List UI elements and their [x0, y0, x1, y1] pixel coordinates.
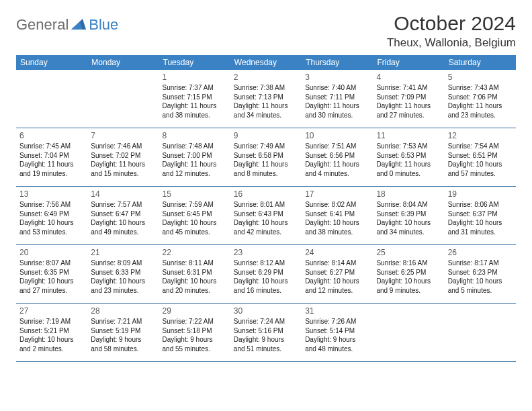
- day-info-line: and 38 minutes.: [305, 228, 369, 237]
- day-info-line: and 23 minutes.: [91, 286, 155, 295]
- day-info-line: Sunrise: 7:21 AM: [91, 317, 155, 326]
- weekday-header: Thursday: [302, 55, 373, 70]
- day-cell: 9Sunrise: 7:49 AMSunset: 6:58 PMDaylight…: [230, 128, 302, 186]
- day-cell: 5Sunrise: 7:43 AMSunset: 7:06 PMDaylight…: [445, 70, 516, 128]
- day-cell: [16, 70, 87, 128]
- day-info-line: and 57 minutes.: [448, 169, 513, 179]
- day-info-line: and 51 minutes.: [234, 345, 298, 354]
- day-info-line: Sunrise: 7:49 AM: [234, 142, 298, 151]
- day-number: 9: [234, 130, 298, 141]
- day-info-line: and 15 minutes.: [91, 169, 155, 179]
- day-number: 29: [163, 306, 227, 316]
- day-info-line: Daylight: 10 hours: [234, 277, 298, 286]
- day-info-line: Sunrise: 7:43 AM: [448, 83, 513, 93]
- day-number: 8: [163, 130, 227, 141]
- day-info-line: Sunset: 6:37 PM: [448, 210, 513, 219]
- day-info-line: and 55 minutes.: [163, 345, 227, 354]
- day-info-line: and 53 minutes.: [19, 228, 84, 237]
- day-number: 6: [19, 130, 84, 141]
- day-info-line: Sunset: 5:19 PM: [91, 326, 155, 336]
- day-info-line: Sunset: 6:33 PM: [91, 268, 155, 277]
- day-cell: 24Sunrise: 8:14 AMSunset: 6:27 PMDayligh…: [302, 245, 373, 303]
- day-info-line: Sunset: 5:16 PM: [234, 326, 298, 336]
- day-number: 11: [376, 130, 441, 141]
- day-info-line: Sunrise: 8:06 AM: [448, 200, 513, 210]
- weekday-header: Wednesday: [230, 55, 302, 70]
- day-info-line: Daylight: 11 hours: [305, 101, 369, 111]
- day-info-line: Daylight: 9 hours: [91, 335, 155, 345]
- calendar-grid: SundayMondayTuesdayWednesdayThursdayFrid…: [16, 55, 516, 362]
- day-cell: 10Sunrise: 7:51 AMSunset: 6:56 PMDayligh…: [302, 128, 373, 186]
- day-info-line: Daylight: 10 hours: [448, 277, 513, 286]
- day-info-line: Sunrise: 8:14 AM: [305, 259, 369, 268]
- day-info-line: and 0 minutes.: [376, 169, 441, 179]
- day-cell: 12Sunrise: 7:54 AMSunset: 6:51 PMDayligh…: [445, 128, 516, 186]
- day-info-line: Sunrise: 8:12 AM: [234, 259, 298, 268]
- triangle-icon: [71, 17, 86, 32]
- day-info-line: Sunset: 6:47 PM: [91, 210, 155, 219]
- day-number: 22: [163, 247, 227, 258]
- day-info-line: Sunrise: 7:56 AM: [19, 200, 84, 210]
- day-info-line: Daylight: 10 hours: [163, 218, 227, 228]
- day-info-line: Sunrise: 8:07 AM: [19, 259, 84, 268]
- day-info-line: and 5 minutes.: [448, 286, 513, 295]
- day-info-line: Sunset: 5:14 PM: [305, 326, 369, 336]
- day-info-line: Sunset: 6:25 PM: [376, 268, 441, 277]
- day-number: 19: [448, 189, 513, 199]
- day-number: 18: [376, 189, 441, 199]
- weekday-header: Sunday: [16, 55, 87, 70]
- day-info-line: Daylight: 10 hours: [305, 218, 369, 228]
- logo: General Blue: [16, 16, 118, 34]
- location: Theux, Wallonia, Belgium: [387, 36, 516, 50]
- day-cell: 2Sunrise: 7:38 AMSunset: 7:13 PMDaylight…: [230, 70, 302, 128]
- day-info-line: Sunset: 6:58 PM: [234, 151, 298, 161]
- day-cell: 13Sunrise: 7:56 AMSunset: 6:49 PMDayligh…: [16, 187, 87, 244]
- day-number: 15: [163, 189, 227, 199]
- day-info-line: Daylight: 10 hours: [19, 335, 84, 345]
- day-info-line: Sunset: 7:02 PM: [91, 151, 155, 161]
- day-info-line: and 2 minutes.: [19, 345, 84, 354]
- day-cell: [445, 304, 516, 361]
- day-number: 14: [91, 189, 155, 199]
- day-info-line: Sunset: 7:06 PM: [448, 93, 513, 102]
- day-info-line: and 27 minutes.: [19, 286, 84, 295]
- day-number: 10: [305, 130, 369, 141]
- day-number: 27: [19, 306, 84, 316]
- day-info-line: Sunset: 6:51 PM: [448, 151, 513, 161]
- day-number: 12: [448, 130, 513, 141]
- day-cell: 28Sunrise: 7:21 AMSunset: 5:19 PMDayligh…: [87, 304, 159, 361]
- day-info-line: and 19 minutes.: [19, 169, 84, 179]
- day-info-line: Sunset: 6:29 PM: [234, 268, 298, 277]
- day-info-line: Daylight: 10 hours: [376, 218, 441, 228]
- day-cell: [373, 304, 444, 361]
- day-cell: 19Sunrise: 8:06 AMSunset: 6:37 PMDayligh…: [445, 187, 516, 244]
- day-info-line: Sunrise: 8:16 AM: [376, 259, 441, 268]
- day-info-line: and 4 minutes.: [305, 169, 369, 179]
- day-number: 26: [448, 247, 513, 258]
- day-number: 20: [19, 247, 84, 258]
- day-info-line: Sunset: 6:39 PM: [376, 210, 441, 219]
- weekday-header: Tuesday: [159, 55, 230, 70]
- header: General Blue October 2024 Theux, Walloni…: [16, 12, 516, 50]
- week-row: 27Sunrise: 7:19 AMSunset: 5:21 PMDayligh…: [16, 304, 516, 362]
- day-cell: 16Sunrise: 8:01 AMSunset: 6:43 PMDayligh…: [230, 187, 302, 244]
- day-info-line: Sunset: 7:00 PM: [163, 151, 227, 161]
- day-number: 25: [376, 247, 441, 258]
- day-info-line: Sunset: 6:31 PM: [163, 268, 227, 277]
- day-cell: 21Sunrise: 8:09 AMSunset: 6:33 PMDayligh…: [87, 245, 159, 303]
- day-number: 24: [305, 247, 369, 258]
- week-row: 6Sunrise: 7:45 AMSunset: 7:04 PMDaylight…: [16, 128, 516, 187]
- weekday-header-row: SundayMondayTuesdayWednesdayThursdayFrid…: [16, 55, 516, 70]
- day-info-line: and 45 minutes.: [163, 228, 227, 237]
- logo-text-blue: Blue: [89, 16, 118, 34]
- day-info-line: Sunset: 6:56 PM: [305, 151, 369, 161]
- day-cell: 15Sunrise: 7:59 AMSunset: 6:45 PMDayligh…: [159, 187, 230, 244]
- day-cell: 17Sunrise: 8:02 AMSunset: 6:41 PMDayligh…: [302, 187, 373, 244]
- day-info-line: Daylight: 10 hours: [234, 218, 298, 228]
- day-info-line: Sunset: 6:45 PM: [163, 210, 227, 219]
- day-cell: 8Sunrise: 7:48 AMSunset: 7:00 PMDaylight…: [159, 128, 230, 186]
- day-info-line: and 27 minutes.: [376, 111, 441, 120]
- day-info-line: Daylight: 10 hours: [163, 277, 227, 286]
- day-info-line: Sunset: 7:09 PM: [376, 93, 441, 102]
- day-info-line: Daylight: 9 hours: [163, 335, 227, 345]
